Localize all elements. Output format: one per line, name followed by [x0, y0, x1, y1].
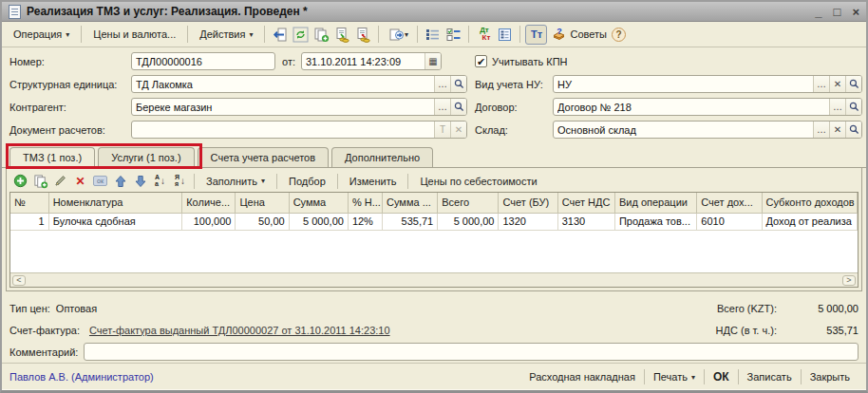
grid-column-header[interactable]: Счет НДС	[557, 193, 614, 213]
magnifier-icon[interactable]	[450, 99, 466, 115]
horizontal-scrollbar[interactable]: < >	[10, 272, 858, 287]
grid-cell[interactable]: 50,00	[236, 213, 289, 230]
close-button[interactable]: ×	[852, 6, 859, 18]
table-row[interactable]: 1Булочка сдобная100,00050,005 000,0012%5…	[10, 213, 858, 230]
scroll-left-button[interactable]: <	[12, 275, 26, 286]
settlement-doc-input[interactable]	[132, 122, 434, 138]
grid-cell[interactable]: 1	[10, 213, 48, 230]
change-button[interactable]: Изменить	[343, 173, 404, 190]
counterparty-input[interactable]	[132, 99, 434, 115]
clear-icon[interactable]: ✕	[829, 76, 845, 92]
structural-unit-field[interactable]: …	[131, 75, 467, 93]
fill-button[interactable]: Заполнить ▾	[199, 173, 272, 190]
grid-column-header[interactable]: №	[10, 193, 48, 213]
edit-row-button[interactable]	[51, 172, 69, 190]
warehouse-input[interactable]	[554, 122, 813, 138]
date-input[interactable]	[302, 53, 425, 69]
move-down-button[interactable]	[131, 172, 149, 190]
number-input[interactable]	[132, 53, 274, 69]
grid-column-header[interactable]: Сумма	[289, 193, 348, 213]
grid-column-header[interactable]: % Н...	[348, 193, 382, 213]
copy-button[interactable]	[311, 25, 331, 45]
grid-column-header[interactable]: Цена	[236, 193, 289, 213]
grid-column-header[interactable]: Количе...	[182, 193, 236, 213]
tab-tmz[interactable]: ТМЗ (1 поз.)	[9, 147, 95, 169]
magnifier-icon[interactable]	[450, 76, 466, 92]
close-form-button[interactable]: Закрыть	[802, 367, 859, 386]
tab-additional[interactable]: Дополнительно	[331, 147, 433, 168]
grid-cell[interactable]: 6010	[697, 213, 762, 230]
grid-column-header[interactable]: Счет дох...	[697, 193, 762, 213]
goto-button[interactable]: ▾	[384, 25, 412, 45]
kpn-checkbox-label[interactable]: Учитывать КПН	[492, 56, 568, 67]
settlement-doc-field[interactable]: T ✕	[131, 121, 467, 139]
refresh-button[interactable]	[291, 25, 311, 45]
list-settings-button[interactable]	[423, 25, 443, 45]
select-ellipsis-icon[interactable]: …	[813, 122, 829, 138]
grid-cell[interactable]: Доход от реализа	[762, 213, 857, 230]
grid-cell[interactable]: 100,000	[182, 213, 236, 230]
structural-unit-input[interactable]	[132, 76, 434, 92]
magnifier-icon[interactable]	[845, 76, 861, 92]
grid-cell[interactable]: Продажа тов...	[614, 213, 696, 230]
select-ellipsis-icon[interactable]: …	[434, 76, 450, 92]
nu-type-field[interactable]: … ✕	[553, 75, 862, 93]
magnifier-icon[interactable]	[845, 122, 861, 138]
advice-button[interactable]: ? Советы	[548, 25, 610, 44]
reread-button[interactable]	[270, 25, 290, 45]
grid-column-header[interactable]: Вид операции	[614, 193, 696, 213]
tab-services[interactable]: Услуги (1 поз.)	[98, 147, 194, 168]
calendar-icon[interactable]: ▦	[425, 53, 441, 69]
expense-invoice-button[interactable]: Расходная накладная	[520, 367, 644, 386]
grid-column-header[interactable]: Субконто доходов	[762, 193, 857, 213]
delete-row-button[interactable]: ✕	[71, 172, 89, 190]
magnifier-icon[interactable]	[845, 99, 861, 115]
sort-ascending-button[interactable]: Аа ↓	[151, 172, 169, 190]
grid-column-header[interactable]: Номенклатура	[48, 193, 182, 213]
nu-type-input[interactable]	[554, 76, 813, 92]
date-field[interactable]: ▦	[301, 52, 442, 70]
cost-prices-button[interactable]: Цены по себестоимости	[413, 173, 543, 190]
grid-cell[interactable]: 1320	[499, 213, 557, 230]
comment-field[interactable]	[84, 343, 859, 361]
tab-settlement-accounts[interactable]: Счета учета расчетов	[198, 147, 329, 168]
enter-on-basis-button[interactable]	[332, 25, 352, 45]
copy-row-button[interactable]	[31, 172, 49, 190]
grid-cell[interactable]: Булочка сдобная	[48, 213, 182, 230]
add-row-button[interactable]	[11, 172, 29, 190]
warehouse-field[interactable]: … ✕	[553, 121, 862, 139]
grid-cell[interactable]: 535,71	[383, 213, 438, 230]
minimize-button[interactable]: _	[815, 6, 821, 18]
select-ellipsis-icon[interactable]: …	[434, 99, 450, 115]
dt-kt-button[interactable]: Дт Кт	[474, 25, 494, 45]
print-button[interactable]: Печать ▾	[645, 367, 704, 386]
checkbox-list-button[interactable]	[443, 25, 463, 45]
help-icon[interactable]: ?	[612, 28, 626, 42]
scroll-right-button[interactable]: >	[842, 275, 856, 286]
grid-cell[interactable]: 12%	[348, 213, 382, 230]
move-up-button[interactable]	[111, 172, 129, 190]
number-field[interactable]	[131, 52, 275, 70]
comment-input[interactable]	[85, 344, 858, 360]
output-on-basis-button[interactable]	[353, 25, 373, 45]
text-format-toggle[interactable]: Тт	[525, 25, 547, 45]
ok-button[interactable]: ОК	[705, 366, 738, 387]
invoice-link[interactable]: Счет-фактура выданный ТДЛ00000027 от 31.…	[89, 325, 390, 336]
grid-column-header[interactable]: Счет (БУ)	[499, 193, 557, 213]
grid-cell[interactable]: 3130	[557, 213, 614, 230]
clear-icon[interactable]: ✕	[829, 122, 845, 138]
menu-actions[interactable]: Действия ▾	[193, 26, 259, 43]
selection-button[interactable]: Подбор	[282, 173, 332, 190]
contract-input[interactable]	[554, 99, 829, 115]
contract-field[interactable]: …	[553, 98, 862, 116]
select-ellipsis-icon[interactable]: …	[829, 99, 845, 115]
grid-column-header[interactable]: Сумма ...	[383, 193, 438, 213]
sort-descending-button[interactable]: Яя ↓	[171, 172, 189, 190]
counterparty-field[interactable]: …	[131, 98, 467, 116]
menu-prices-currency[interactable]: Цены и валюта...	[86, 26, 182, 43]
grid-cell[interactable]: 5 000,00	[438, 213, 499, 230]
grid-cell[interactable]: 5 000,00	[289, 213, 348, 230]
maximize-button[interactable]: □	[834, 6, 841, 18]
save-button[interactable]: Записать	[739, 367, 801, 386]
menu-operation[interactable]: Операция ▾	[7, 26, 76, 43]
